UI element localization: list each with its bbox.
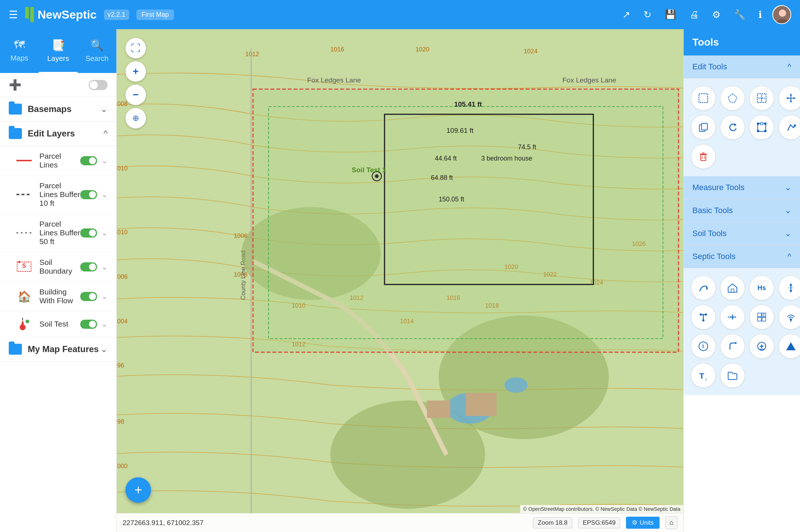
parcel-lines-toggle[interactable] — [80, 156, 97, 165]
septic-turn-tool[interactable] — [720, 334, 745, 359]
select-point-tool[interactable] — [749, 86, 774, 111]
svg-marker-70 — [793, 97, 796, 99]
edit-tools-grid — [684, 78, 800, 176]
edit-tools-section[interactable]: Edit Tools ^ — [684, 55, 800, 78]
edit-layers-title: Edit Layers — [28, 128, 104, 139]
septic-triangle-tool[interactable] — [778, 334, 800, 359]
layer-item-building-with-flow[interactable]: 🏠 Building With Flow ⌄ — [0, 282, 116, 311]
edit-layers-section[interactable]: Edit Layers ^ — [0, 122, 116, 146]
svg-rect-104 — [762, 317, 766, 321]
select-polygon-tool[interactable] — [720, 86, 745, 111]
delete-tool[interactable] — [691, 144, 716, 169]
edit-shape-tool[interactable] — [749, 115, 774, 140]
zoom-out-btn[interactable]: − — [125, 85, 146, 105]
settings-gear-icon: ⚙ — [632, 519, 637, 527]
home-button[interactable]: ⌂ — [665, 516, 677, 529]
layers-tab-icon: 📑 — [51, 39, 65, 51]
fullscreen-btn[interactable]: ⛶ — [125, 38, 146, 58]
septic-folder-tool[interactable] — [720, 363, 745, 388]
basic-tools-section[interactable]: Basic Tools ⌄ — [684, 199, 800, 222]
tools-panel-header: Tools — [684, 29, 800, 55]
maps-tab-icon: 🗺 — [14, 39, 25, 51]
septic-dashline-tool[interactable] — [720, 305, 745, 329]
parcel-buffer-10-icon — [15, 194, 34, 195]
main-layout: 🗺 Maps 📑 Layers 🔍 Search ➕ Basemaps — [0, 29, 800, 532]
building-with-flow-toggle[interactable] — [80, 292, 97, 301]
soil-boundary-toggle[interactable] — [80, 262, 97, 271]
rotate-tool[interactable] — [720, 115, 745, 140]
parcel-lines-label: Parcel Lines — [39, 152, 80, 169]
layer-item-soil-test[interactable]: Soil Test ⌄ — [0, 311, 116, 337]
septic-info-tool[interactable]: i — [691, 334, 716, 359]
tab-maps[interactable]: 🗺 Maps — [0, 29, 39, 73]
menu-icon[interactable]: ☰ — [9, 9, 18, 21]
edit-tools-title: Edit Tools — [692, 62, 788, 72]
map-add-fab[interactable]: + — [125, 477, 151, 503]
septic-tools-chevron: ^ — [788, 252, 791, 261]
global-toggle[interactable] — [89, 80, 108, 90]
svg-text:1010: 1010 — [117, 229, 128, 236]
parcel-buffer-50-chevron: ⌄ — [101, 228, 108, 237]
septic-tools-title: Septic Tools — [692, 252, 788, 261]
nav-tabs: 🗺 Maps 📑 Layers 🔍 Search — [0, 29, 116, 73]
septic-hs-tool[interactable]: Hs — [749, 275, 774, 300]
septic-tools-section[interactable]: Septic Tools ^ — [684, 245, 800, 268]
share-icon[interactable]: ↗ — [619, 6, 633, 23]
layer-add-icon[interactable]: ➕ — [9, 79, 22, 91]
soil-tools-section[interactable]: Soil Tools ⌄ — [684, 222, 800, 245]
parcel-buffer-50-toggle[interactable] — [80, 228, 97, 238]
soil-tools-title: Soil Tools — [692, 229, 785, 238]
move-tool[interactable] — [778, 86, 800, 111]
septic-t-tool[interactable] — [691, 305, 716, 329]
basemaps-title: Basemaps — [28, 104, 100, 114]
parcel-lines-icon — [15, 160, 34, 161]
zoom-in-btn[interactable]: + — [125, 61, 146, 82]
parcel-buffer-10-toggle[interactable] — [80, 190, 97, 199]
septic-drain-field-tool[interactable] — [691, 275, 716, 300]
measure-tools-section[interactable]: Measure Tools ⌄ — [684, 176, 800, 199]
svg-rect-101 — [758, 313, 761, 317]
basemaps-section[interactable]: Basemaps ⌄ — [0, 97, 116, 122]
print-icon[interactable]: 🖨 — [687, 6, 702, 23]
svg-rect-78 — [764, 130, 766, 132]
svg-text:74.5 ft: 74.5 ft — [518, 143, 536, 151]
septic-updown-tool[interactable] — [778, 275, 800, 300]
svg-text:1016: 1016 — [331, 46, 344, 53]
svg-text:996: 996 — [117, 362, 124, 369]
svg-text:1020: 1020 — [416, 46, 429, 53]
basic-tools-chevron: ⌄ — [785, 206, 791, 215]
septic-grid-tool[interactable] — [749, 305, 774, 329]
building-with-flow-icon: 🏠 — [15, 290, 34, 303]
layer-item-soil-boundary[interactable]: S Soil Boundary ⌄ — [0, 252, 116, 282]
tab-layers[interactable]: 📑 Layers — [39, 29, 77, 73]
copy-tool[interactable] — [691, 115, 716, 140]
select-box-tool[interactable] — [691, 86, 716, 111]
layer-item-parcel-buffer-50[interactable]: Parcel Lines Buffer 50 ft ⌄ — [0, 214, 116, 252]
snap-tool[interactable] — [778, 115, 800, 140]
tab-search[interactable]: 🔍 Search — [78, 29, 116, 73]
location-btn[interactable]: ⊕ — [125, 108, 146, 128]
user-avatar[interactable] — [772, 5, 791, 24]
info-icon[interactable]: ℹ — [755, 6, 765, 23]
refresh-icon[interactable]: ↻ — [641, 6, 654, 23]
septic-text-t-tool[interactable]: T ₁ — [691, 363, 716, 388]
layer-item-parcel-buffer-10[interactable]: Parcel Lines Buffer 10 ft ⌄ — [0, 176, 116, 214]
settings-icon[interactable]: ⚙ — [709, 6, 723, 23]
my-map-features-folder-icon — [9, 344, 22, 355]
save-icon[interactable]: 💾 — [662, 6, 679, 23]
version-badge: v2.2.1 — [104, 9, 129, 20]
my-map-features-section[interactable]: My Map Features ⌄ — [0, 337, 116, 362]
parcel-lines-chevron: ⌄ — [101, 156, 108, 165]
svg-marker-67 — [790, 93, 792, 96]
map-name-badge[interactable]: First Map — [136, 9, 174, 20]
soil-test-toggle[interactable] — [80, 320, 97, 329]
septic-plus-circle-tool[interactable] — [749, 334, 774, 359]
septic-house-tool[interactable] — [720, 275, 745, 300]
svg-point-9 — [26, 320, 29, 323]
units-button[interactable]: ⚙ Units — [626, 517, 660, 529]
layer-item-parcel-lines[interactable]: Parcel Lines ⌄ — [0, 146, 116, 176]
septic-signal-tool[interactable] — [778, 305, 800, 329]
map-area[interactable]: 1008 1012 1016 1020 1024 1010 1010 1006 … — [117, 29, 683, 532]
tools-icon[interactable]: 🔧 — [731, 6, 748, 23]
svg-text:T: T — [699, 371, 704, 381]
